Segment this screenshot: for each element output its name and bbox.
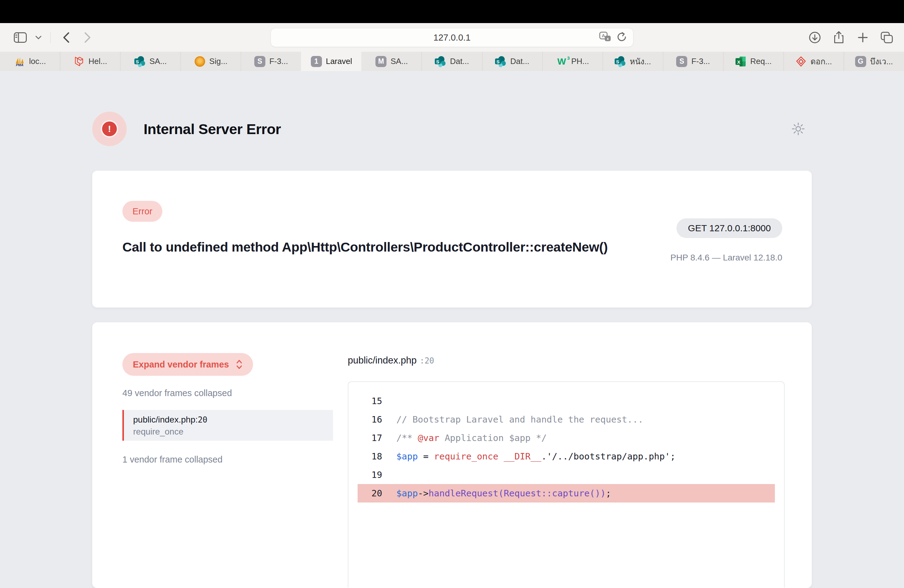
code-source: $app->handleRequest(Request::capture()); [382, 484, 611, 503]
tab-overview-icon[interactable] [879, 30, 895, 46]
svg-text:X: X [737, 59, 740, 64]
letter-m-icon: M [375, 56, 387, 67]
line-number: 20 [357, 484, 382, 503]
tab-label: F-3... [691, 57, 710, 66]
browser-tab[interactable]: SF-3... [663, 52, 723, 71]
code-line: 15 [357, 392, 775, 410]
forward-button[interactable] [80, 30, 96, 46]
code-line: 19 [357, 466, 775, 484]
tab-label: loc... [29, 57, 46, 66]
code-line: 18$app = require_once __DIR__.'/../boots… [357, 447, 775, 466]
php-laravel-versions: PHP 8.4.6 — Laravel 12.18.0 [670, 253, 782, 262]
tab-label: SA... [390, 57, 408, 66]
code-line-highlighted: 20$app->handleRequest(Request::capture()… [357, 484, 775, 503]
laravel-icon [73, 56, 85, 67]
w3schools-icon: W3 [556, 56, 567, 67]
browser-tab[interactable]: XReq... [723, 52, 784, 71]
sidebar-chevron-down-icon[interactable] [34, 30, 43, 46]
line-number: 16 [357, 410, 382, 429]
browser-tab[interactable]: Gบึงเว... [844, 52, 904, 71]
reload-icon[interactable] [616, 32, 627, 44]
browser-tab[interactable]: MSA... [361, 52, 422, 71]
browser-tab[interactable]: W3PH... [542, 52, 603, 71]
code-column: public/index.php:20 1516// Bootstrap Lar… [348, 353, 785, 588]
back-button[interactable] [58, 30, 74, 46]
browser-tab[interactable]: SDat... [482, 52, 542, 71]
sharepoint-icon: S [134, 56, 145, 67]
frames-column: Expand vendor frames 49 vendor frames co… [122, 353, 333, 588]
svg-text:S: S [436, 59, 439, 64]
svg-text:S: S [496, 59, 499, 64]
svg-text:S: S [136, 59, 139, 64]
tab-label: Hel... [89, 57, 107, 66]
tab-label: Dat... [450, 57, 469, 66]
chevron-up-down-icon [236, 359, 243, 370]
browser-tab[interactable]: SDat... [422, 52, 482, 71]
sharepoint-icon: S [495, 56, 506, 67]
stack-frame-item[interactable]: public/index.php:20 require_once [122, 410, 333, 441]
browser-tab[interactable]: PMAloc... [0, 52, 60, 71]
svg-text:PMA: PMA [16, 63, 24, 67]
macos-menubar [0, 0, 904, 23]
sidebar-toggle-icon[interactable] [12, 30, 28, 46]
browser-tab-active[interactable]: 1Laravel [301, 52, 361, 71]
share-icon[interactable] [831, 30, 847, 46]
line-number: 19 [357, 466, 382, 484]
sharepoint-icon: S [435, 56, 446, 67]
browser-tab[interactable]: Sหนัง... [603, 52, 663, 71]
error-page: ! Internal Server Error Error Call to un… [0, 71, 904, 588]
downloads-icon[interactable] [807, 30, 823, 46]
tab-label: SA... [149, 57, 167, 66]
line-number: 18 [357, 447, 382, 466]
tab-label: บึงเว... [870, 55, 893, 68]
code-source [382, 466, 396, 484]
code-snippet-box: 1516// Bootstrap Laravel and handle the … [348, 381, 785, 587]
frame-method: require_once [133, 427, 333, 437]
frame-file: public/index.php:20 [133, 415, 333, 425]
code-line: 16// Bootstrap Laravel and handle the re… [357, 410, 775, 429]
letter-s-icon: S [254, 56, 266, 67]
browser-tab[interactable]: SF-3... [241, 52, 301, 71]
browser-tab[interactable]: ดอก... [784, 52, 844, 71]
browser-tab[interactable]: SSA... [120, 52, 180, 71]
tab-label: Dat... [510, 57, 529, 66]
toolbar-divider [51, 32, 51, 43]
stack-trace-card: Expand vendor frames 49 vendor frames co… [92, 322, 812, 588]
code-source: $app = require_once __DIR__.'/../bootstr… [382, 447, 676, 466]
code-line: 17/** @var Application $app */ [357, 429, 775, 447]
url-bar[interactable]: 127.0.0.1 Ax [270, 28, 634, 47]
tab-label: Req... [750, 57, 771, 66]
line-number: 15 [357, 392, 382, 410]
number-1-icon: 1 [311, 56, 322, 67]
letter-s-icon: S [676, 56, 687, 67]
request-method-badge: GET 127.0.0.1:8000 [676, 218, 782, 238]
phpmyadmin-icon: PMA [14, 56, 25, 67]
snippet-filename: public/index.php [348, 355, 417, 366]
page-title: Internal Server Error [144, 120, 281, 138]
code-source: // Bootstrap Laravel and handle the requ… [382, 410, 643, 429]
page-header: ! Internal Server Error [92, 112, 812, 146]
svg-text:x: x [607, 36, 609, 41]
excel-icon: X [735, 56, 746, 67]
browser-tab[interactable]: Sig... [180, 52, 241, 71]
vendor-frames-collapsed-below: 1 vendor frame collapsed [122, 455, 333, 465]
url-text: 127.0.0.1 [433, 33, 471, 43]
translate-icon[interactable]: Ax [599, 32, 612, 43]
expand-vendor-frames-button[interactable]: Expand vendor frames [122, 353, 253, 376]
tab-label: PH... [571, 57, 589, 66]
expand-vendor-frames-label: Expand vendor frames [133, 359, 229, 370]
letter-g-icon: G [855, 56, 866, 67]
browser-tab[interactable]: Hel... [60, 52, 120, 71]
code-source: /** @var Application $app */ [382, 429, 547, 447]
tab-label: Sig... [209, 57, 228, 66]
theme-toggle-sun-icon[interactable] [790, 121, 806, 137]
error-message: Call to undefined method App\Http\Contro… [122, 237, 608, 258]
tab-bar: PMAloc...Hel...SSA...Sig...SF-3...1Larav… [0, 52, 904, 71]
tab-label: Laravel [326, 57, 352, 66]
tab-label: ดอก... [811, 55, 832, 68]
svg-text:S: S [616, 59, 619, 64]
tab-label: F-3... [269, 57, 288, 66]
svg-text:A: A [602, 33, 605, 38]
red-chevrons-icon [795, 56, 806, 67]
new-tab-icon[interactable] [855, 30, 871, 46]
